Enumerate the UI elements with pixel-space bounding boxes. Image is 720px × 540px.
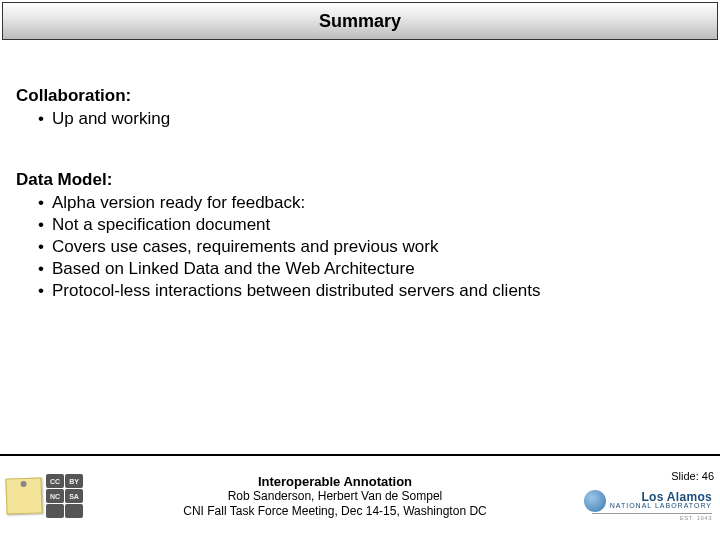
bullet-list: Alpha version ready for feedback: Not a … bbox=[16, 192, 704, 302]
cc-license-badges: CC BY NC SA bbox=[46, 474, 83, 518]
footer-center: Interoperable Annotation Rob Sanderson, … bbox=[110, 474, 560, 519]
slide-footer: CC BY NC SA Interoperable Annotation Rob… bbox=[0, 454, 720, 532]
slide-content: Collaboration: Up and working Data Model… bbox=[0, 42, 720, 303]
slide-title-bar: Summary bbox=[2, 2, 718, 40]
list-item: Alpha version ready for feedback: bbox=[52, 192, 704, 214]
section-collaboration: Collaboration: Up and working bbox=[16, 86, 704, 130]
lanl-logo-top: Los Alamos NATIONAL LABORATORY bbox=[584, 490, 712, 512]
authors: Rob Sanderson, Herbert Van de Sompel bbox=[110, 489, 560, 504]
list-item: Not a specification document bbox=[52, 214, 704, 236]
list-item: Up and working bbox=[52, 108, 704, 130]
cc-badge: BY bbox=[65, 474, 83, 488]
divider bbox=[592, 513, 712, 514]
cc-badge: CC bbox=[46, 474, 64, 488]
cc-badge: NC bbox=[46, 489, 64, 503]
bullet-list: Up and working bbox=[16, 108, 704, 130]
list-item: Based on Linked Data and the Web Archite… bbox=[52, 258, 704, 280]
sticky-note-icon bbox=[5, 477, 42, 514]
section-heading: Data Model: bbox=[16, 170, 704, 190]
lanl-est: EST. 1943 bbox=[680, 515, 712, 521]
section-datamodel: Data Model: Alpha version ready for feed… bbox=[16, 170, 704, 302]
footer-inner: CC BY NC SA Interoperable Annotation Rob… bbox=[0, 460, 720, 532]
footer-left: CC BY NC SA bbox=[0, 474, 110, 518]
slide-title: Summary bbox=[319, 11, 401, 32]
cc-badge bbox=[65, 504, 83, 518]
footer-right: Slide: 46 Los Alamos NATIONAL LABORATORY… bbox=[560, 472, 720, 521]
event-info: CNI Fall Task Force Meeting, Dec 14-15, … bbox=[110, 504, 560, 519]
lanl-logo: Los Alamos NATIONAL LABORATORY EST. 1943 bbox=[560, 490, 714, 521]
project-title: Interoperable Annotation bbox=[110, 474, 560, 489]
section-heading: Collaboration: bbox=[16, 86, 704, 106]
lanl-sub: NATIONAL LABORATORY bbox=[610, 503, 712, 509]
lanl-text: Los Alamos NATIONAL LABORATORY bbox=[610, 492, 712, 509]
list-item: Covers use cases, requirements and previ… bbox=[52, 236, 704, 258]
cc-badge: SA bbox=[65, 489, 83, 503]
globe-icon bbox=[584, 490, 606, 512]
cc-badge bbox=[46, 504, 64, 518]
slide-number: Slide: 46 bbox=[671, 470, 714, 482]
list-item: Protocol-less interactions between distr… bbox=[52, 280, 704, 302]
